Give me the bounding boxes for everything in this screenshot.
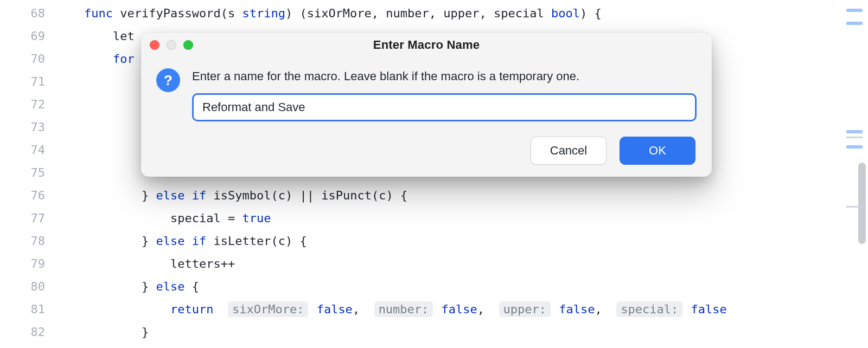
marker [846, 145, 863, 149]
dialog-titlebar[interactable]: Enter Macro Name [141, 33, 712, 57]
dialog-actions: Cancel OK [141, 121, 712, 177]
line-number[interactable]: 80 [0, 275, 45, 298]
question-icon: ? [156, 68, 180, 92]
code-line[interactable]: } [57, 321, 868, 344]
marker [846, 130, 863, 133]
dialog-main: Enter a name for the macro. Leave blank … [192, 67, 697, 121]
code-line[interactable]: return sixOrMore: false, number: false, … [57, 298, 868, 321]
line-number[interactable]: 70 [0, 48, 45, 70]
line-number[interactable]: 82 [0, 321, 45, 344]
line-gutter: 686970717273747576777879808182 [0, 0, 57, 348]
code-line[interactable]: } else { [57, 275, 868, 298]
code-line[interactable]: letters++ [57, 253, 868, 275]
dialog-body: ? Enter a name for the macro. Leave blan… [141, 57, 712, 121]
marker [846, 206, 863, 208]
markers-strip [842, 0, 858, 348]
line-number[interactable]: 78 [0, 230, 45, 253]
line-number[interactable]: 77 [0, 207, 45, 230]
line-number[interactable]: 74 [0, 139, 45, 162]
marker [846, 9, 863, 12]
macro-name-dialog: Enter Macro Name ? Enter a name for the … [141, 33, 712, 177]
marker [846, 22, 863, 25]
code-line[interactable]: } else if isLetter(c) { [57, 230, 868, 253]
dialog-title: Enter Macro Name [141, 38, 712, 52]
line-number[interactable]: 81 [0, 298, 45, 321]
line-number[interactable]: 73 [0, 116, 45, 139]
code-line[interactable]: func verifyPassword(s string) (sixOrMore… [57, 2, 868, 25]
line-number[interactable]: 79 [0, 253, 45, 275]
line-number[interactable]: 69 [0, 25, 45, 48]
close-icon[interactable] [150, 40, 159, 50]
dialog-message: Enter a name for the macro. Leave blank … [192, 69, 697, 83]
zoom-icon[interactable] [183, 40, 193, 50]
minimize-icon[interactable] [167, 40, 176, 50]
marker [846, 137, 863, 138]
line-number[interactable]: 71 [0, 70, 45, 93]
line-number[interactable]: 68 [0, 2, 45, 25]
window-controls [150, 40, 193, 50]
ok-button[interactable]: OK [620, 137, 695, 165]
code-line[interactable]: special = true [57, 207, 868, 230]
scrollbar-thumb[interactable] [858, 163, 866, 244]
line-number[interactable]: 75 [0, 162, 45, 184]
macro-name-input[interactable] [192, 93, 697, 121]
line-number[interactable]: 72 [0, 93, 45, 116]
code-line[interactable]: } else if isSymbol(c) || isPunct(c) { [57, 184, 868, 207]
cancel-button[interactable]: Cancel [531, 137, 607, 165]
line-number[interactable]: 76 [0, 184, 45, 207]
